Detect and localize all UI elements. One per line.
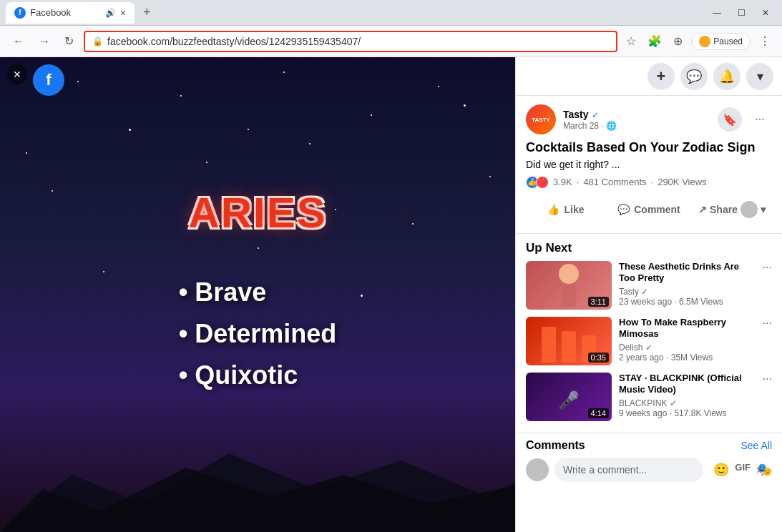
lock-icon: 🔒 xyxy=(92,36,103,46)
minimize-button[interactable]: — xyxy=(706,6,728,20)
up-next-section: Up Next 3:11 These Aesthetic Drink xyxy=(516,234,782,433)
video-thumb-2: 0:35 xyxy=(526,317,612,365)
notifications-button[interactable]: 🔔 xyxy=(713,63,741,90)
video-1-more-button[interactable]: ··· xyxy=(763,261,772,310)
share-icon: ↗ xyxy=(698,204,707,215)
top-actions-bar: + 💬 🔔 ▾ xyxy=(516,57,782,96)
author-action-buttons: 🔖 ··· xyxy=(718,107,772,132)
post-info: TASTY Tasty ✓ March 28 · 🌐 🔖 ··· xyxy=(516,96,782,234)
content-area: ✕ f xyxy=(0,57,782,532)
author-info: Tasty ✓ March 28 · 🌐 xyxy=(563,108,710,131)
messenger-button[interactable]: 💬 xyxy=(680,63,708,90)
comment-input[interactable]: Write a comment... xyxy=(554,458,703,482)
like-button[interactable]: 👍 Like xyxy=(526,197,606,222)
paused-dot xyxy=(699,36,710,47)
video-background: ARIES • Brave • Determined • Quixotic xyxy=(0,57,515,532)
share-label: Share xyxy=(710,204,738,215)
fb-logo: f xyxy=(33,64,64,96)
window-controls: — ☐ ✕ xyxy=(706,6,776,20)
mountains-decoration xyxy=(0,446,515,532)
video-title-text: ARIES xyxy=(188,188,326,237)
video-1-meta: 23 weeks ago · 6.5M Views xyxy=(619,297,756,307)
toolbar-icons: ☆ 🧩 ⊕ Paused ⋮ xyxy=(623,31,773,51)
video-3-meta: 9 weeks ago · 517.8K Views xyxy=(619,408,756,418)
tab-favicon: f xyxy=(14,7,26,19)
maximize-button[interactable]: ☐ xyxy=(730,6,752,20)
create-button[interactable]: + xyxy=(647,63,675,90)
account-menu-button[interactable]: ▾ xyxy=(746,63,773,90)
like-label: Like xyxy=(564,204,584,215)
up-next-video-2[interactable]: 0:35 How To Make Raspberry Mimosas Delis… xyxy=(526,317,772,365)
tab-close-button[interactable]: × xyxy=(120,7,126,19)
verified-badge: ✓ xyxy=(592,110,599,120)
video-1-title: These Aesthetic Drinks Are Too Pretty xyxy=(619,261,756,285)
comment-input-icons: 🙂 GIF 🎭 xyxy=(713,462,772,478)
up-next-video-1[interactable]: 3:11 These Aesthetic Drinks Are Too Pret… xyxy=(526,261,772,310)
video-1-duration: 3:11 xyxy=(588,297,609,307)
url-bar[interactable]: 🔒 facebook.com/buzzfeedtasty/videos/1242… xyxy=(84,31,617,52)
up-next-title: Up Next xyxy=(526,241,772,255)
heart-reaction-icon: ❤️ xyxy=(536,176,549,189)
video-2-duration: 0:35 xyxy=(588,353,609,363)
more-button[interactable]: ⋮ xyxy=(756,31,773,51)
comment-button[interactable]: 💬 Comment xyxy=(609,197,689,222)
chevron-down-icon: ▾ xyxy=(757,69,763,84)
see-all-button[interactable]: See All xyxy=(741,440,772,451)
share-button[interactable]: ↗ Share ▾ xyxy=(692,197,772,222)
comments-section: Comments See All Write a comment... 🙂 GI… xyxy=(516,433,782,532)
video-3-channel: BLACKPINK ✓ xyxy=(619,398,756,408)
browser-window: f Facebook 🔊 × + — ☐ ✕ ← → ↻ 🔒 facebook.… xyxy=(0,0,782,532)
comment-count[interactable]: 481 Comments xyxy=(583,177,646,187)
active-tab[interactable]: f Facebook 🔊 × xyxy=(6,2,135,24)
bell-icon: 🔔 xyxy=(719,69,735,84)
extensions-button[interactable]: 🧩 xyxy=(645,31,665,51)
bookmark-button[interactable]: ☆ xyxy=(623,31,639,51)
comment-placeholder: Write a comment... xyxy=(563,464,647,476)
author-name[interactable]: Tasty xyxy=(563,109,589,120)
video-1-channel: Tasty ✓ xyxy=(619,287,756,297)
account-button[interactable]: ⊕ xyxy=(670,31,685,51)
video-2-channel: Delish ✓ xyxy=(619,343,756,353)
address-bar: ← → ↻ 🔒 facebook.com/buzzfeedtasty/video… xyxy=(0,26,782,57)
close-button[interactable]: ✕ xyxy=(755,6,776,20)
reactions-row: 👍 ❤️ 3.9K · 481 Comments · 290K Views xyxy=(526,176,772,189)
new-tab-button[interactable]: + xyxy=(137,2,157,23)
emoji-button[interactable]: 🙂 xyxy=(713,462,729,478)
video-thumb-3: 🎤 4:14 xyxy=(526,373,612,421)
post-title: Cocktails Based On Your Zodiac Sign xyxy=(526,140,772,156)
mimosa-glass-2 xyxy=(562,331,576,363)
like-icon: 👍 xyxy=(547,204,559,215)
video-2-info: How To Make Raspberry Mimosas Delish ✓ 2… xyxy=(619,317,756,365)
video-3-more-button[interactable]: ··· xyxy=(763,373,772,421)
back-button[interactable]: ← xyxy=(9,32,29,51)
video-2-more-button[interactable]: ··· xyxy=(763,317,772,365)
blackpink-visual: 🎤 xyxy=(558,383,580,410)
trait-1: • Brave xyxy=(179,277,337,307)
author-avatar: TASTY xyxy=(526,104,556,134)
forward-button[interactable]: → xyxy=(34,32,54,51)
comment-input-row: Write a comment... 🙂 GIF 🎭 xyxy=(526,458,772,482)
video-thumb-1: 3:11 xyxy=(526,261,612,310)
up-next-video-3[interactable]: 🎤 4:14 STAY · BLACKPINK (Official Music … xyxy=(526,373,772,421)
post-date: March 28 · 🌐 xyxy=(563,121,710,131)
thumb-drinks-visual xyxy=(556,261,582,310)
right-panel: + 💬 🔔 ▾ TASTY xyxy=(515,57,782,532)
drink-glass-icon xyxy=(559,264,579,284)
gif-button[interactable]: GIF xyxy=(735,462,751,478)
sticker-button[interactable]: 🎭 xyxy=(756,462,772,478)
save-video-button[interactable]: 🔖 xyxy=(718,107,742,132)
post-action-buttons: 👍 Like 💬 Comment ↗ Share ▾ xyxy=(526,194,772,225)
url-text: facebook.com/buzzfeedtasty/videos/124293… xyxy=(107,36,609,47)
video-2-meta: 2 years ago · 35M Views xyxy=(619,353,756,363)
video-close-button[interactable]: ✕ xyxy=(7,64,27,84)
paused-badge[interactable]: Paused xyxy=(691,33,751,50)
share-chevron: ▾ xyxy=(761,204,766,215)
tab-audio-icon[interactable]: 🔊 xyxy=(105,8,116,18)
video-2-title: How To Make Raspberry Mimosas xyxy=(619,317,756,341)
comment-icon: 💬 xyxy=(617,204,630,215)
title-bar: f Facebook 🔊 × + — ☐ ✕ xyxy=(0,0,782,26)
post-more-button[interactable]: ··· xyxy=(748,107,772,132)
refresh-button[interactable]: ↻ xyxy=(60,31,78,51)
trait-2: • Determined xyxy=(179,319,337,349)
commenter-avatar xyxy=(526,458,549,481)
